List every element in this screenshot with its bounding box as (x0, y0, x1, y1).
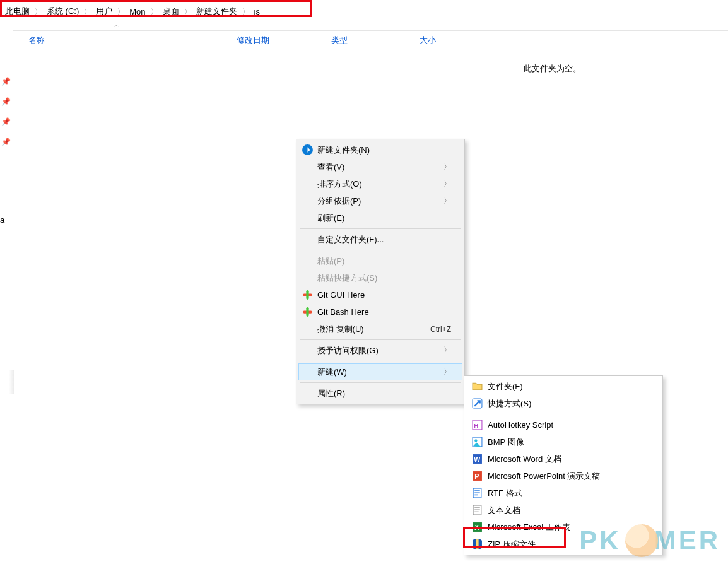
menu-label: RTF 格式 (488, 488, 522, 499)
watermark-text: MER (654, 525, 720, 556)
zip-icon (472, 539, 483, 549)
crumb-newfolder[interactable]: 新建文件夹 (195, 6, 238, 17)
chevron-right-icon[interactable]: 〉 (147, 7, 161, 16)
menu-properties[interactable]: 属性(R) (298, 385, 462, 402)
watermark-text: PK (579, 525, 621, 556)
submenu-folder[interactable]: 文件夹(F) (466, 378, 660, 395)
svg-rect-19 (474, 507, 480, 508)
menu-git-bash[interactable]: Git Bash Here (298, 303, 462, 320)
menu-label: Microsoft Excel 工作表 (488, 522, 570, 533)
submenu-ppt[interactable]: P Microsoft PowerPoint 演示文稿 (466, 467, 660, 484)
pinned-items: 📌 📌 📌 📌 (1, 78, 10, 158)
svg-rect-16 (474, 492, 480, 493)
svg-rect-4 (306, 307, 308, 317)
chevron-right-icon[interactable]: 〉 (238, 7, 253, 16)
menu-label: 属性(R) (317, 388, 345, 399)
menu-label: 文本文档 (488, 505, 520, 516)
menu-label: ZIP 压缩文件 (488, 539, 536, 550)
crumb-users[interactable]: 用户 (95, 6, 114, 17)
git-icon (302, 307, 313, 317)
menu-separator (300, 382, 461, 383)
pin-icon: 📌 (1, 78, 9, 85)
submenu-txt[interactable]: 文本文档 (466, 502, 660, 519)
menu-label: 撤消 复制(U) (317, 324, 364, 335)
menu-label: 排序方式(O) (317, 179, 362, 190)
crumb-js[interactable]: js (253, 7, 261, 16)
menu-refresh[interactable]: 刷新(E) (298, 209, 462, 226)
submenu-shortcut[interactable]: 快捷方式(S) (466, 395, 660, 412)
menu-label: 快捷方式(S) (488, 398, 531, 409)
menu-label: Microsoft PowerPoint 演示文稿 (488, 471, 600, 482)
chevron-right-icon[interactable]: 〉 (114, 7, 128, 16)
txt-icon (472, 505, 483, 515)
submenu-bmp[interactable]: BMP 图像 (466, 433, 660, 450)
chevron-right-icon[interactable]: 〉 (31, 7, 45, 16)
menu-label: Git Bash Here (317, 307, 369, 317)
menu-git-gui[interactable]: Git GUI Here (298, 286, 462, 303)
svg-text:P: P (474, 472, 479, 480)
crumb-desktop[interactable]: 桌面 (161, 6, 180, 17)
watermark-logo-icon (625, 524, 658, 557)
submenu-rtf[interactable]: RTF 格式 (466, 484, 660, 502)
menu-separator (300, 361, 461, 361)
column-headers: 名称 修改日期 类型 大小 (13, 30, 728, 50)
pin-icon: 📌 (1, 138, 9, 146)
column-type[interactable]: 类型 (331, 35, 420, 46)
left-shadow (9, 370, 14, 394)
menu-group[interactable]: 分组依据(P) 〉 (298, 192, 462, 209)
svg-rect-17 (474, 495, 478, 496)
menu-shortcut: Ctrl+Z (405, 325, 451, 334)
submenu-ahk[interactable]: H AutoHotkey Script (466, 416, 660, 433)
pin-icon: 📌 (1, 118, 9, 126)
chevron-right-icon: 〉 (418, 345, 451, 356)
menu-label: 新建(W) (317, 367, 347, 378)
word-icon: W (472, 454, 483, 464)
menu-view[interactable]: 查看(V) 〉 (298, 158, 462, 175)
menu-new-folder[interactable]: 新建文件夹(N) (298, 141, 462, 158)
svg-text:H: H (474, 422, 478, 429)
column-modified[interactable]: 修改日期 (237, 35, 331, 46)
menu-undo-copy[interactable]: 撤消 复制(U) Ctrl+Z (298, 320, 462, 337)
truncated-item[interactable]: a (0, 215, 4, 225)
breadcrumb-bar[interactable]: 此电脑 〉 系统 (C:) 〉 用户 〉 Mon 〉 桌面 〉 新建文件夹 〉 … (0, 0, 728, 23)
menu-label: 刷新(E) (317, 213, 344, 224)
crumb-mon[interactable]: Mon (128, 7, 146, 16)
menu-grant-access[interactable]: 授予访问权限(G) 〉 (298, 342, 462, 359)
chevron-right-icon: 〉 (418, 179, 451, 189)
crumb-drive-c[interactable]: 系统 (C:) (45, 6, 80, 17)
svg-rect-20 (474, 509, 480, 510)
breadcrumb[interactable]: 此电脑 〉 系统 (C:) 〉 用户 〉 Mon 〉 桌面 〉 新建文件夹 〉 … (4, 6, 261, 17)
watermark: PK MER (579, 524, 720, 557)
menu-label: 分组依据(P) (317, 196, 361, 207)
menu-label: 查看(V) (317, 161, 344, 173)
chevron-right-icon[interactable]: 〉 (180, 7, 195, 16)
menu-label: Microsoft Word 文档 (488, 454, 561, 465)
submenu-word[interactable]: W Microsoft Word 文档 (466, 450, 660, 467)
chevron-right-icon: 〉 (418, 161, 451, 172)
column-size[interactable]: 大小 (420, 35, 470, 46)
svg-rect-2 (306, 290, 308, 300)
xls-icon: X (472, 522, 483, 532)
svg-text:X: X (474, 524, 479, 531)
context-menu[interactable]: 新建文件夹(N) 查看(V) 〉 排序方式(O) 〉 分组依据(P) 〉 刷新(… (296, 139, 465, 404)
column-name[interactable]: 名称 (13, 35, 237, 46)
crumb-this-pc[interactable]: 此电脑 (4, 6, 31, 17)
menu-label: 文件夹(F) (488, 381, 523, 392)
git-icon (302, 290, 313, 300)
menu-new[interactable]: 新建(W) 〉 (298, 363, 462, 380)
chevron-right-icon[interactable]: 〉 (80, 7, 95, 16)
menu-label: AutoHotkey Script (488, 420, 553, 430)
menu-label: 自定义文件夹(F)... (317, 234, 384, 245)
ahk-icon: H (472, 420, 483, 430)
shortcut-icon (472, 398, 483, 409)
menu-label: 授予访问权限(G) (317, 345, 379, 356)
new-folder-icon (302, 144, 313, 155)
svg-text:W: W (474, 455, 480, 463)
chevron-right-icon: 〉 (418, 196, 451, 206)
menu-sort[interactable]: 排序方式(O) 〉 (298, 175, 462, 192)
menu-customize-folder[interactable]: 自定义文件夹(F)... (298, 231, 462, 248)
menu-label: 粘贴快捷方式(S) (317, 273, 377, 284)
menu-separator (300, 228, 461, 229)
folder-icon (472, 381, 483, 392)
menu-separator (467, 414, 659, 414)
